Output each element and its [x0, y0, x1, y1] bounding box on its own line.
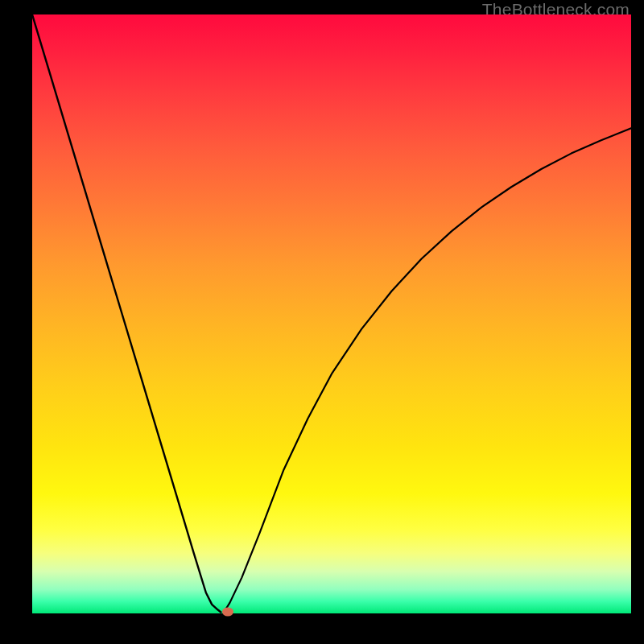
- bottleneck-curve: [32, 14, 631, 613]
- marker-dot: [222, 607, 233, 616]
- curve-right-branch: [224, 128, 631, 612]
- chart-frame: TheBottleneck.com: [0, 0, 644, 644]
- plot-area: [32, 14, 631, 613]
- curve-left-branch: [32, 14, 221, 613]
